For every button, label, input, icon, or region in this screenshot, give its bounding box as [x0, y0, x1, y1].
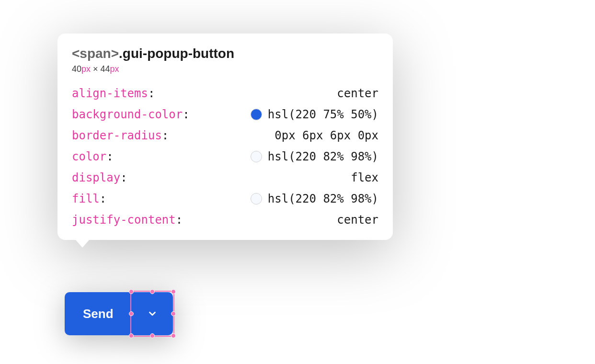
css-property-row: border-radius:0px 6px 6px 0px: [72, 129, 378, 142]
css-property-name: color: [72, 150, 106, 163]
css-property-value: flex: [351, 171, 378, 184]
css-property-name: display: [72, 171, 120, 184]
split-button: Send: [65, 292, 173, 335]
css-property-value: hsl(220 82% 98%): [268, 150, 378, 163]
css-property-name: background-color: [72, 108, 183, 121]
css-property-row: display:flex: [72, 171, 378, 184]
css-property-row: color:hsl(220 82% 98%): [72, 150, 378, 163]
css-colon: :: [106, 150, 113, 163]
css-property-name: justify-content: [72, 213, 176, 227]
css-property-list: align-items:centerbackground-color:hsl(2…: [72, 87, 378, 227]
color-swatch[interactable]: [251, 109, 262, 120]
css-property-value: center: [337, 87, 378, 100]
send-button[interactable]: Send: [65, 292, 132, 335]
color-swatch[interactable]: [251, 151, 262, 162]
element-class: .gui-popup-button: [119, 46, 234, 61]
css-property-value: center: [337, 213, 378, 227]
color-swatch[interactable]: [251, 193, 262, 205]
chevron-down-icon: [147, 308, 158, 319]
css-property-value: hsl(220 75% 50%): [268, 108, 378, 121]
css-inspector-tooltip: <span> .gui-popup-button 40px × 44px ali…: [57, 34, 393, 240]
css-colon: :: [183, 108, 189, 121]
css-colon: :: [120, 171, 127, 184]
css-property-name: border-radius: [72, 129, 162, 142]
element-dimensions: 40px × 44px: [72, 64, 378, 74]
popup-button[interactable]: [132, 292, 173, 335]
css-property-value: hsl(220 82% 98%): [268, 192, 378, 205]
devtools-tooltip: <span> .gui-popup-button 40px × 44px ali…: [57, 34, 393, 240]
send-button-label: Send: [83, 307, 114, 321]
css-colon: :: [162, 129, 169, 142]
css-property-row: fill:hsl(220 82% 98%): [72, 192, 378, 205]
selection-handle[interactable]: [171, 333, 176, 338]
css-property-row: justify-content:center: [72, 213, 378, 227]
css-colon: :: [176, 213, 183, 227]
element-tag: <span>: [72, 46, 119, 61]
element-selector-title: <span> .gui-popup-button: [72, 46, 378, 61]
css-colon: :: [100, 192, 106, 205]
css-property-row: align-items:center: [72, 87, 378, 100]
popup-button-container: [132, 292, 173, 335]
css-property-name: fill: [72, 192, 100, 205]
css-colon: :: [148, 87, 155, 100]
css-property-name: align-items: [72, 87, 148, 100]
css-property-value: 0px 6px 6px 0px: [275, 129, 378, 142]
css-property-row: background-color:hsl(220 75% 50%): [72, 108, 378, 121]
